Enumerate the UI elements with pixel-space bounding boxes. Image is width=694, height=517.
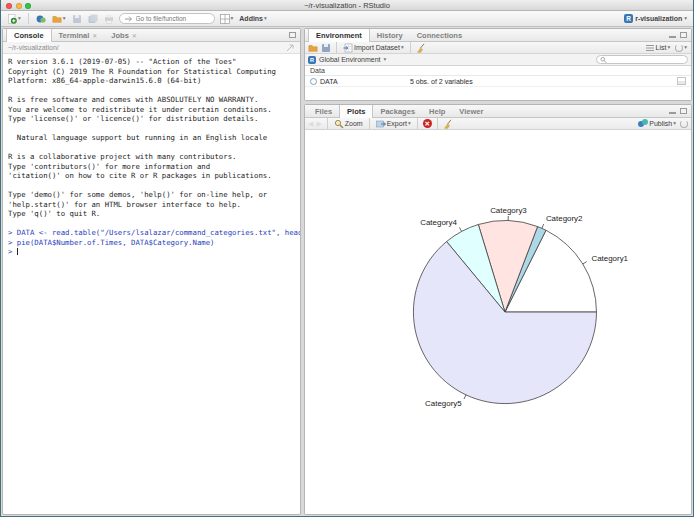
environment-search-input[interactable]	[609, 56, 684, 63]
global-environment-label[interactable]: Global Environment	[319, 56, 380, 63]
tab-history-label: History	[377, 31, 403, 40]
maximize-pane-icon[interactable]	[289, 32, 296, 38]
close-window-button[interactable]	[6, 3, 12, 9]
close-icon[interactable]: ✕	[92, 32, 97, 39]
expand-object-icon[interactable]	[310, 78, 317, 85]
minimize-pane-icon[interactable]	[669, 112, 676, 114]
chevron-down-icon: ▾	[18, 16, 21, 22]
refresh-environment-button[interactable]: ▾	[674, 42, 688, 54]
environment-scope-bar: R Global Environment ▾	[305, 54, 691, 66]
console-working-dir: ~/r-visualization/	[3, 42, 300, 54]
chevron-down-icon: ▾	[383, 57, 386, 63]
data-section-header: Data	[305, 66, 691, 76]
open-folder-icon	[52, 14, 62, 24]
project-menu-button[interactable]: R r-visualization ▾	[623, 13, 688, 25]
tab-jobs[interactable]: Jobs✕	[104, 29, 144, 41]
new-project-button[interactable]	[35, 13, 47, 25]
minimize-window-button[interactable]	[16, 3, 22, 9]
tab-environment[interactable]: Environment	[308, 29, 370, 42]
tab-jobs-label: Jobs	[111, 31, 129, 40]
refresh-icon	[675, 44, 683, 52]
save-button[interactable]	[71, 13, 83, 25]
import-dataset-button[interactable]: Import Dataset ▾	[342, 42, 405, 54]
environment-empty-area	[305, 87, 691, 100]
export-plot-button[interactable]: Export ▾	[375, 118, 412, 130]
toolbar-separator	[327, 118, 328, 129]
minimize-pane-icon[interactable]	[669, 36, 676, 38]
chevron-down-icon: ▾	[264, 16, 267, 22]
environment-pane: Environment History Connections Import D…	[304, 28, 692, 101]
toolbar-separator	[417, 118, 418, 129]
tab-viewer-label: Viewer	[459, 107, 483, 116]
tab-terminal[interactable]: Terminal✕	[52, 29, 105, 41]
print-button[interactable]	[103, 13, 115, 25]
view-table-icon[interactable]	[677, 77, 686, 85]
maximize-pane-icon[interactable]	[680, 108, 687, 114]
maximize-pane-icon[interactable]	[680, 32, 687, 38]
project-name-label: r-visualization	[635, 15, 682, 22]
pie-label-category1: Category1	[591, 254, 628, 263]
next-plot-icon[interactable]: ▶	[316, 120, 321, 128]
window-title: ~/r-visualization - RStudio	[1, 0, 693, 11]
publish-button[interactable]: Publish ▾	[637, 118, 677, 130]
tab-console[interactable]: Console	[6, 29, 52, 42]
list-icon	[645, 43, 655, 53]
console-output-line: R is free software and comes with ABSOLU…	[8, 95, 295, 105]
tab-console-label: Console	[14, 31, 44, 40]
pie-label-category5: Category5	[425, 399, 462, 408]
open-file-button[interactable]: ▾	[51, 13, 67, 25]
environment-object-row[interactable]: DATA 5 obs. of 2 variables	[305, 76, 691, 87]
new-file-button[interactable]: ▾	[6, 13, 22, 25]
clear-objects-broom-icon[interactable]	[416, 43, 426, 53]
tab-plots[interactable]: Plots	[339, 105, 373, 118]
console-output-line: Type 'license()' or 'licence()' for dist…	[8, 114, 295, 124]
plot-area: Category1Category2Category3Category4Cate…	[305, 130, 691, 514]
remove-plot-icon[interactable]: ✕	[423, 119, 432, 128]
environment-search[interactable]	[596, 55, 688, 64]
console-prompt-line[interactable]: >	[8, 247, 295, 257]
print-icon	[104, 14, 114, 24]
chevron-down-icon: ▾	[684, 16, 687, 22]
refresh-plot-icon[interactable]	[680, 120, 688, 128]
console-output-line	[8, 86, 295, 96]
previous-plot-icon[interactable]: ◀	[308, 120, 313, 128]
save-all-button[interactable]	[87, 13, 99, 25]
object-summary: 5 obs. of 2 variables	[410, 78, 473, 85]
list-view-button[interactable]: List ▾	[644, 42, 672, 54]
console-output-line	[8, 219, 295, 229]
console-output[interactable]: R version 3.6.1 (2019-07-05) -- "Action …	[3, 54, 300, 514]
clear-plots-broom-icon[interactable]	[443, 119, 453, 129]
tab-history[interactable]: History	[370, 29, 410, 41]
toolbar-separator	[437, 118, 438, 129]
panes-grid-icon	[220, 14, 230, 24]
pie-label-category2: Category2	[546, 214, 583, 223]
pie-label-category4: Category4	[420, 218, 457, 227]
console-output-line: R version 3.6.1 (2019-07-05) -- "Action …	[8, 57, 295, 67]
goto-file-input[interactable]	[136, 15, 210, 22]
zoom-plot-button[interactable]: Zoom	[333, 118, 364, 130]
tab-help[interactable]: Help	[422, 105, 452, 117]
tab-connections[interactable]: Connections	[410, 29, 469, 41]
tab-viewer[interactable]: Viewer	[452, 105, 490, 117]
zoom-window-button[interactable]	[25, 3, 31, 9]
r-project-icon: R	[624, 14, 633, 23]
workspace-panes-button[interactable]: ▾	[219, 13, 235, 25]
tab-packages[interactable]: Packages	[373, 105, 422, 117]
titlebar: ~/r-visualization - RStudio	[1, 0, 693, 11]
close-icon[interactable]: ✕	[132, 32, 137, 39]
load-workspace-icon[interactable]	[308, 43, 318, 53]
new-file-icon	[7, 14, 17, 24]
console-output-line: Type 'demo()' for some demos, 'help()' f…	[8, 190, 295, 200]
toolbar-separator	[336, 42, 337, 53]
addins-button[interactable]: Addins ▾	[238, 13, 268, 25]
console-output-line	[8, 124, 295, 134]
console-output-line: Natural language support but running in …	[8, 133, 295, 143]
zoom-label: Zoom	[345, 120, 363, 127]
console-output-line: Copyright (C) 2019 The R Foundation for …	[8, 67, 295, 77]
pie-label-tick	[583, 262, 587, 264]
goto-file-search[interactable]	[119, 13, 215, 24]
save-workspace-icon[interactable]	[321, 43, 331, 53]
tab-files[interactable]: Files	[308, 105, 339, 117]
pie-label-tick	[464, 395, 466, 399]
console-popout-icon[interactable]	[285, 43, 295, 53]
